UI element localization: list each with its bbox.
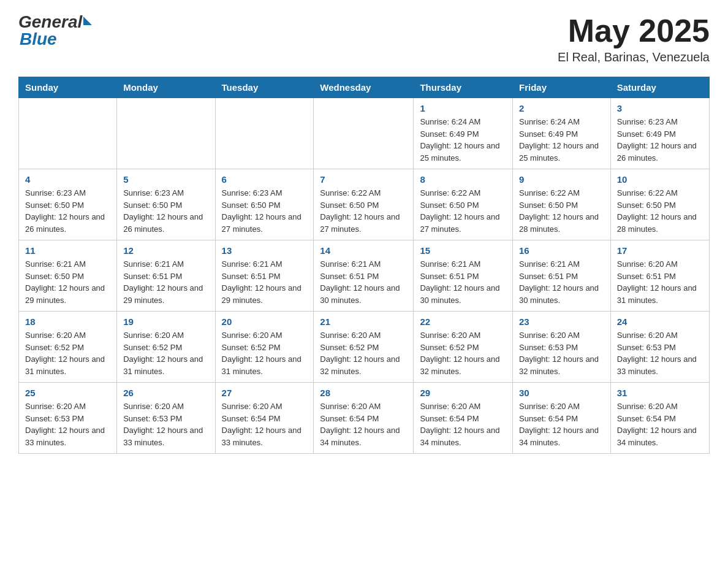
logo: General Blue bbox=[18, 12, 92, 49]
week-row-5: 25Sunrise: 6:20 AMSunset: 6:53 PMDayligh… bbox=[19, 383, 710, 454]
day-info: Sunrise: 6:21 AMSunset: 6:50 PMDaylight:… bbox=[25, 258, 110, 306]
day-number: 22 bbox=[420, 316, 506, 327]
day-number: 7 bbox=[320, 174, 407, 185]
weekday-header-wednesday: Wednesday bbox=[314, 77, 414, 98]
day-info: Sunrise: 6:20 AMSunset: 6:52 PMDaylight:… bbox=[320, 329, 407, 377]
day-number: 16 bbox=[519, 245, 604, 256]
month-year-title: May 2025 bbox=[558, 12, 710, 49]
calendar-cell: 23Sunrise: 6:20 AMSunset: 6:53 PMDayligh… bbox=[512, 312, 610, 383]
day-info: Sunrise: 6:20 AMSunset: 6:54 PMDaylight:… bbox=[222, 400, 308, 448]
calendar-cell: 12Sunrise: 6:21 AMSunset: 6:51 PMDayligh… bbox=[117, 240, 215, 312]
calendar-cell: 8Sunrise: 6:22 AMSunset: 6:50 PMDaylight… bbox=[414, 169, 513, 240]
day-info: Sunrise: 6:21 AMSunset: 6:51 PMDaylight:… bbox=[123, 258, 208, 306]
day-info: Sunrise: 6:21 AMSunset: 6:51 PMDaylight:… bbox=[320, 258, 407, 306]
day-info: Sunrise: 6:22 AMSunset: 6:50 PMDaylight:… bbox=[617, 187, 703, 235]
calendar-cell: 4Sunrise: 6:23 AMSunset: 6:50 PMDaylight… bbox=[19, 169, 117, 240]
calendar-cell: 27Sunrise: 6:20 AMSunset: 6:54 PMDayligh… bbox=[215, 383, 314, 454]
day-info: Sunrise: 6:20 AMSunset: 6:51 PMDaylight:… bbox=[617, 258, 703, 306]
day-number: 14 bbox=[320, 245, 407, 256]
calendar-cell: 9Sunrise: 6:22 AMSunset: 6:50 PMDaylight… bbox=[512, 169, 610, 240]
day-info: Sunrise: 6:20 AMSunset: 6:53 PMDaylight:… bbox=[617, 329, 703, 377]
day-info: Sunrise: 6:20 AMSunset: 6:54 PMDaylight:… bbox=[320, 400, 407, 448]
calendar-cell bbox=[215, 98, 314, 169]
day-info: Sunrise: 6:22 AMSunset: 6:50 PMDaylight:… bbox=[320, 187, 407, 235]
calendar-cell: 7Sunrise: 6:22 AMSunset: 6:50 PMDaylight… bbox=[314, 169, 414, 240]
day-info: Sunrise: 6:20 AMSunset: 6:53 PMDaylight:… bbox=[25, 400, 110, 448]
day-number: 9 bbox=[519, 174, 604, 185]
calendar-cell: 25Sunrise: 6:20 AMSunset: 6:53 PMDayligh… bbox=[19, 383, 117, 454]
day-number: 27 bbox=[222, 388, 308, 398]
calendar-cell: 17Sunrise: 6:20 AMSunset: 6:51 PMDayligh… bbox=[610, 240, 709, 312]
logo-blue-text: Blue bbox=[18, 29, 92, 49]
day-number: 19 bbox=[123, 316, 208, 327]
day-info: Sunrise: 6:22 AMSunset: 6:50 PMDaylight:… bbox=[519, 187, 604, 235]
calendar-cell: 11Sunrise: 6:21 AMSunset: 6:50 PMDayligh… bbox=[19, 240, 117, 312]
day-number: 26 bbox=[123, 388, 208, 398]
day-number: 30 bbox=[519, 388, 604, 398]
page-header: General Blue May 2025 El Real, Barinas, … bbox=[18, 12, 710, 64]
calendar-cell: 29Sunrise: 6:20 AMSunset: 6:54 PMDayligh… bbox=[414, 383, 513, 454]
day-number: 25 bbox=[25, 388, 110, 398]
day-number: 31 bbox=[617, 388, 703, 398]
weekday-header-row: SundayMondayTuesdayWednesdayThursdayFrid… bbox=[19, 77, 710, 98]
day-number: 20 bbox=[222, 316, 308, 327]
day-info: Sunrise: 6:23 AMSunset: 6:50 PMDaylight:… bbox=[25, 187, 110, 235]
calendar-cell: 14Sunrise: 6:21 AMSunset: 6:51 PMDayligh… bbox=[314, 240, 414, 312]
day-info: Sunrise: 6:20 AMSunset: 6:54 PMDaylight:… bbox=[519, 400, 604, 448]
day-number: 8 bbox=[420, 174, 506, 185]
day-number: 1 bbox=[420, 103, 506, 113]
calendar-cell: 1Sunrise: 6:24 AMSunset: 6:49 PMDaylight… bbox=[414, 98, 513, 169]
calendar-cell: 26Sunrise: 6:20 AMSunset: 6:53 PMDayligh… bbox=[117, 383, 215, 454]
logo-triangle-icon bbox=[83, 17, 92, 25]
calendar-cell: 21Sunrise: 6:20 AMSunset: 6:52 PMDayligh… bbox=[314, 312, 414, 383]
day-number: 23 bbox=[519, 316, 604, 327]
calendar-cell: 13Sunrise: 6:21 AMSunset: 6:51 PMDayligh… bbox=[215, 240, 314, 312]
day-info: Sunrise: 6:22 AMSunset: 6:50 PMDaylight:… bbox=[420, 187, 506, 235]
day-number: 12 bbox=[123, 245, 208, 256]
day-info: Sunrise: 6:20 AMSunset: 6:53 PMDaylight:… bbox=[519, 329, 604, 377]
calendar-cell: 18Sunrise: 6:20 AMSunset: 6:52 PMDayligh… bbox=[19, 312, 117, 383]
day-info: Sunrise: 6:21 AMSunset: 6:51 PMDaylight:… bbox=[222, 258, 308, 306]
day-number: 11 bbox=[25, 245, 110, 256]
calendar-cell bbox=[117, 98, 215, 169]
calendar-cell: 3Sunrise: 6:23 AMSunset: 6:49 PMDaylight… bbox=[610, 98, 709, 169]
day-info: Sunrise: 6:23 AMSunset: 6:50 PMDaylight:… bbox=[222, 187, 308, 235]
week-row-4: 18Sunrise: 6:20 AMSunset: 6:52 PMDayligh… bbox=[19, 312, 710, 383]
day-number: 4 bbox=[25, 174, 110, 185]
week-row-1: 1Sunrise: 6:24 AMSunset: 6:49 PMDaylight… bbox=[19, 98, 710, 169]
calendar-cell: 6Sunrise: 6:23 AMSunset: 6:50 PMDaylight… bbox=[215, 169, 314, 240]
day-number: 13 bbox=[222, 245, 308, 256]
weekday-header-monday: Monday bbox=[117, 77, 215, 98]
calendar-cell: 10Sunrise: 6:22 AMSunset: 6:50 PMDayligh… bbox=[610, 169, 709, 240]
weekday-header-sunday: Sunday bbox=[19, 77, 117, 98]
weekday-header-thursday: Thursday bbox=[414, 77, 513, 98]
day-info: Sunrise: 6:20 AMSunset: 6:52 PMDaylight:… bbox=[222, 329, 308, 377]
weekday-header-saturday: Saturday bbox=[610, 77, 709, 98]
day-info: Sunrise: 6:20 AMSunset: 6:53 PMDaylight:… bbox=[123, 400, 208, 448]
day-number: 5 bbox=[123, 174, 208, 185]
calendar-cell bbox=[19, 98, 117, 169]
day-info: Sunrise: 6:21 AMSunset: 6:51 PMDaylight:… bbox=[420, 258, 506, 306]
day-number: 2 bbox=[519, 103, 604, 113]
title-block: May 2025 El Real, Barinas, Venezuela bbox=[558, 12, 710, 64]
calendar-cell: 20Sunrise: 6:20 AMSunset: 6:52 PMDayligh… bbox=[215, 312, 314, 383]
day-info: Sunrise: 6:24 AMSunset: 6:49 PMDaylight:… bbox=[420, 116, 506, 164]
calendar-cell: 15Sunrise: 6:21 AMSunset: 6:51 PMDayligh… bbox=[414, 240, 513, 312]
day-number: 24 bbox=[617, 316, 703, 327]
week-row-3: 11Sunrise: 6:21 AMSunset: 6:50 PMDayligh… bbox=[19, 240, 710, 312]
calendar-cell: 19Sunrise: 6:20 AMSunset: 6:52 PMDayligh… bbox=[117, 312, 215, 383]
calendar-cell bbox=[314, 98, 414, 169]
calendar-cell: 31Sunrise: 6:20 AMSunset: 6:54 PMDayligh… bbox=[610, 383, 709, 454]
day-number: 17 bbox=[617, 245, 703, 256]
calendar-cell: 5Sunrise: 6:23 AMSunset: 6:50 PMDaylight… bbox=[117, 169, 215, 240]
logo-general-text: General bbox=[18, 12, 92, 31]
calendar-cell: 2Sunrise: 6:24 AMSunset: 6:49 PMDaylight… bbox=[512, 98, 610, 169]
day-number: 29 bbox=[420, 388, 506, 398]
calendar-cell: 22Sunrise: 6:20 AMSunset: 6:52 PMDayligh… bbox=[414, 312, 513, 383]
day-info: Sunrise: 6:20 AMSunset: 6:54 PMDaylight:… bbox=[420, 400, 506, 448]
day-info: Sunrise: 6:21 AMSunset: 6:51 PMDaylight:… bbox=[519, 258, 604, 306]
day-number: 28 bbox=[320, 388, 407, 398]
day-info: Sunrise: 6:24 AMSunset: 6:49 PMDaylight:… bbox=[519, 116, 604, 164]
day-number: 15 bbox=[420, 245, 506, 256]
day-info: Sunrise: 6:20 AMSunset: 6:52 PMDaylight:… bbox=[123, 329, 208, 377]
